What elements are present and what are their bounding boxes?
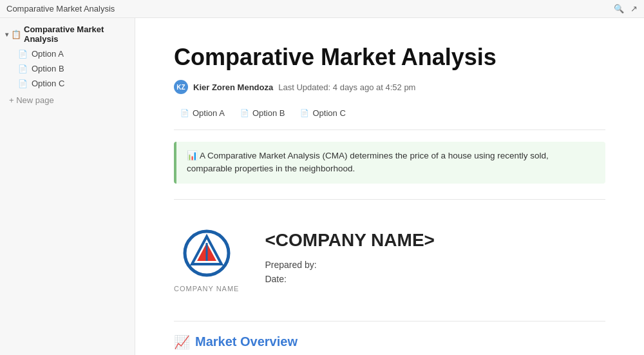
divider-1 <box>174 199 605 200</box>
sidebar-item-label: Option C <box>32 79 64 88</box>
page-icon: 📄 <box>18 50 28 59</box>
page-title: Comparative Market Analysis <box>174 44 605 71</box>
divider-2 <box>174 321 605 321</box>
chevron-icon: ▾ <box>5 31 8 38</box>
topbar-icons[interactable]: 🔍 ↗ <box>614 4 638 14</box>
sidebar-root-item[interactable]: ▾ 📋 Comparative Market Analysis <box>0 22 135 46</box>
sidebar-item-label: Option B <box>32 64 64 73</box>
market-overview-title: Market Overview <box>195 334 298 349</box>
tabs-row: 📄 Option A 📄 Option B 📄 Option C <box>174 106 605 130</box>
market-overview-emoji: 📈 <box>174 334 190 350</box>
tab-label-b: Option B <box>252 108 285 118</box>
tab-icon-a: 📄 <box>180 109 189 117</box>
tab-option-c[interactable]: 📄 Option C <box>294 106 352 120</box>
date-label: Date: <box>265 274 605 284</box>
company-logo-wrap: COMPANY NAME <box>174 225 239 293</box>
author-row: KZ Kier Zoren Mendoza Last Updated: 4 da… <box>174 80 605 94</box>
sidebar-item-option-c[interactable]: 📄 Option C <box>0 76 135 91</box>
author-name: Kier Zoren Mendoza <box>193 82 273 92</box>
market-overview-header: 📈 Market Overview <box>174 334 605 350</box>
content-area: Comparative Market Analysis KZ Kier Zore… <box>135 18 644 355</box>
sidebar: ▾ 📋 Comparative Market Analysis 📄 Option… <box>0 18 135 355</box>
tab-icon-c: 📄 <box>300 109 309 117</box>
company-name-placeholder[interactable]: <COMPANY NAME> <box>265 230 605 251</box>
company-logo <box>175 225 239 283</box>
tab-label-a: Option A <box>193 108 225 118</box>
info-box-emoji: 📊 <box>187 151 198 160</box>
tab-label-c: Option C <box>312 108 345 118</box>
tab-icon-b: 📄 <box>240 109 249 117</box>
new-page-button[interactable]: + New page <box>0 92 135 108</box>
search-icon[interactable]: 🔍 <box>614 4 624 14</box>
company-logo-label: COMPANY NAME <box>174 285 239 293</box>
page-icon: 📄 <box>18 79 28 88</box>
sidebar-page-icon: 📋 <box>11 30 21 39</box>
page-icon: 📄 <box>18 64 28 73</box>
main-layout: ▾ 📋 Comparative Market Analysis 📄 Option… <box>0 18 644 355</box>
sidebar-item-option-b[interactable]: 📄 Option B <box>0 61 135 76</box>
sidebar-root-label: Comparative Market Analysis <box>24 24 129 44</box>
share-icon[interactable]: ↗ <box>630 4 638 14</box>
sidebar-item-label: Option A <box>32 49 64 59</box>
sidebar-item-option-a[interactable]: 📄 Option A <box>0 46 135 61</box>
tab-option-b[interactable]: 📄 Option B <box>234 106 292 120</box>
topbar-title: Comparative Market Analysis <box>6 4 115 14</box>
avatar: KZ <box>174 80 188 94</box>
company-info: <COMPANY NAME> Prepared by: Date: <box>265 230 605 288</box>
new-page-label: + New page <box>9 95 54 105</box>
tab-option-a[interactable]: 📄 Option A <box>174 106 231 120</box>
info-box-text: A Comparative Market Analysis (CMA) dete… <box>187 151 549 173</box>
company-section: COMPANY NAME <COMPANY NAME> Prepared by:… <box>174 213 605 308</box>
prepared-by-label: Prepared by: <box>265 260 605 270</box>
top-bar: Comparative Market Analysis 🔍 ↗ <box>0 0 644 18</box>
info-box: 📊 A Comparative Market Analysis (CMA) de… <box>174 142 605 184</box>
last-updated: Last Updated: 4 days ago at 4:52 pm <box>278 82 415 92</box>
